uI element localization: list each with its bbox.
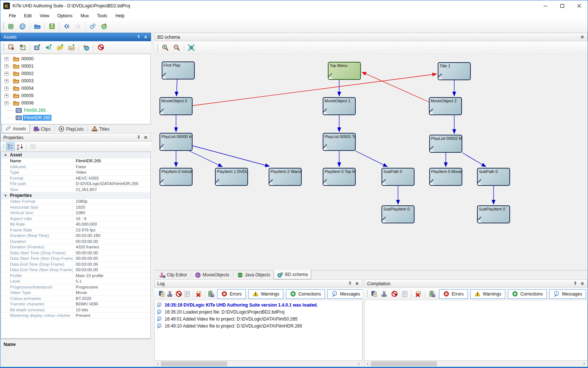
property-value[interactable]: 00:00:00:00 [73, 256, 150, 261]
doc-tab-clip-editor[interactable]: Clip Editor [156, 270, 190, 279]
scroll-right-icon[interactable]: › [356, 361, 362, 367]
log-horizontal-scrollbar[interactable]: ‹ › [154, 361, 362, 367]
property-value[interactable]: 10 bits [73, 307, 150, 313]
tree-file-row[interactable]: FilmHDR.265 [1, 114, 150, 121]
chevron-down-icon[interactable]: ∨ [1, 152, 10, 158]
property-value[interactable]: 00:03:00.00 [73, 239, 150, 244]
pin-icon[interactable] [135, 134, 142, 141]
remove-button[interactable] [175, 289, 183, 299]
add-audio-button[interactable] [43, 42, 54, 52]
toolbar-grip[interactable] [366, 290, 368, 298]
log-message[interactable]: 16:49:10 Added Video file to project: D:… [157, 322, 360, 329]
property-row[interactable]: Video TypeMovie [1, 290, 150, 296]
pin-icon[interactable] [347, 280, 354, 287]
close-icon[interactable] [142, 33, 149, 40]
open-folder-button[interactable] [32, 21, 43, 31]
close-icon[interactable] [579, 33, 586, 40]
undo-button[interactable] [61, 21, 72, 31]
export-button[interactable] [6, 42, 17, 52]
remove-button[interactable] [96, 42, 106, 52]
pin-icon[interactable] [572, 280, 579, 287]
close-icon[interactable] [354, 280, 361, 287]
burn-button[interactable] [99, 21, 110, 31]
categorized-button[interactable] [6, 142, 15, 151]
settings-button[interactable] [87, 21, 98, 31]
vertical-splitter[interactable] [151, 33, 154, 367]
property-row[interactable]: Data Start Time (Drop Frame)00:00:00.00 [1, 250, 150, 256]
save-log-button[interactable] [427, 289, 437, 299]
save-log-button[interactable] [207, 289, 215, 299]
property-row[interactable]: TypeVideo [1, 170, 150, 176]
tree-folder-row[interactable]: 00001 [1, 63, 150, 70]
schema-node-subpath-0-b[interactable]: SubPath 0 [477, 168, 510, 186]
new-project-button[interactable] [6, 21, 17, 31]
select-lines-button[interactable] [400, 289, 410, 299]
schema-node-subplayitem-0-b[interactable]: SubPlayItem 0 [477, 205, 510, 223]
toolbar-grip[interactable] [3, 22, 4, 30]
property-value[interactable]: 23.976 fps [73, 227, 150, 233]
property-value[interactable]: FilmHDR.265 [73, 158, 150, 164]
property-value[interactable]: Video [73, 170, 150, 175]
property-value[interactable]: 16 : 9 [73, 216, 150, 222]
close-icon[interactable] [579, 280, 586, 287]
property-row[interactable]: File pathD:\DVDLogic\DATA\FilmHDR.265 [1, 181, 150, 187]
schema-node-movieobject-2[interactable]: MovieObject 2 [429, 97, 462, 115]
schema-node-playitem-1-dvdlogic[interactable]: PlayItem 1 DVDLogic [215, 168, 248, 186]
compilation-horizontal-scrollbar[interactable]: ‹ › [364, 361, 588, 367]
property-row[interactable]: Size21,361,807 [1, 187, 150, 193]
schema-node-playlist-00000[interactable]: PlayList 00000 Introduc [159, 133, 193, 151]
property-value[interactable]: 21,361,807 [73, 187, 150, 192]
doc-tab-bd-schema[interactable]: BD schema [273, 270, 311, 279]
schema-node-movieobject-0[interactable]: MovieObject 0 [159, 97, 193, 115]
property-group-header[interactable]: ∨Properties [1, 192, 150, 199]
property-row[interactable]: Bit Rate40,000,000 [1, 222, 150, 227]
close-window-button[interactable] [571, 0, 588, 11]
property-row[interactable]: ProfileMain 10 profile [1, 273, 150, 279]
property-value[interactable]: BT.2020 [73, 296, 150, 301]
property-value[interactable]: 1920 [73, 205, 150, 210]
property-row[interactable]: Aspect ratio16 : 9 [1, 216, 150, 222]
property-row[interactable]: FormatHEVC H265 [1, 176, 150, 181]
menu-mux[interactable]: Mux [76, 11, 93, 20]
maximize-button[interactable] [554, 0, 571, 11]
tab-playlists[interactable]: PlayLists [55, 125, 87, 133]
zoom-in-button[interactable] [160, 43, 171, 53]
tab-clips[interactable]: Clips [30, 125, 54, 133]
property-row[interactable]: NameFilmHDR.265 [1, 158, 150, 164]
property-value[interactable]: Main 10 profile [73, 273, 150, 279]
clear-button[interactable] [195, 289, 203, 299]
property-row[interactable]: Data End Time (Drop Frame)00:03:00.06 [1, 262, 150, 268]
add-clip-button[interactable] [66, 42, 77, 52]
tab-assets[interactable]: Assets [1, 124, 30, 133]
clear-button[interactable] [413, 289, 423, 299]
tree-expander-icon[interactable] [4, 79, 8, 83]
menu-view[interactable]: View [36, 11, 53, 20]
schema-node-subplayitem-0-a[interactable]: SubPlayItem 0 [381, 205, 415, 223]
schema-node-title-1[interactable]: Title 1 [438, 62, 471, 80]
toolbar-grip[interactable] [3, 43, 4, 51]
errors-toggle-button[interactable]: Errors [439, 289, 468, 299]
corrections-toggle-button[interactable]: Corrections [286, 289, 325, 299]
menu-tools[interactable]: Tools [93, 11, 111, 20]
property-value[interactable]: 00:03:00.00 [73, 267, 150, 273]
property-value[interactable]: HEVC H265 [73, 176, 150, 181]
doc-tab-movieobjects[interactable]: MovieObjects [191, 270, 233, 279]
warnings-toggle-button[interactable]: Warnings [470, 289, 505, 299]
property-value[interactable]: 00:03:00.06 [73, 262, 150, 267]
tree-folder-row[interactable]: 00000 [1, 55, 150, 63]
scroll-left-icon[interactable]: ‹ [365, 361, 371, 367]
tree-expander-icon[interactable] [4, 72, 8, 76]
schema-node-playlist-00002[interactable]: PlayList 00002 Movie [429, 135, 462, 153]
property-value[interactable]: 1080p [73, 199, 150, 204]
tree-folder-row[interactable]: 00006 [1, 99, 150, 107]
log-message[interactable]: 16:35:19 DVDLogic KITe UHD Authoring Sui… [157, 301, 360, 308]
property-value[interactable]: False [73, 164, 150, 170]
save-button[interactable] [47, 21, 57, 31]
schema-node-movieobject-1[interactable]: MovieObject 1 [323, 97, 356, 115]
errors-toggle-button[interactable]: Errors [217, 289, 246, 299]
add-video-button[interactable] [32, 42, 43, 52]
tree-folder-row[interactable]: 00003 [1, 77, 150, 85]
tree-expander-icon[interactable] [4, 94, 8, 98]
property-row[interactable]: Horizontal Size1920 [1, 205, 150, 210]
property-value[interactable]: 5.1 [73, 279, 150, 284]
